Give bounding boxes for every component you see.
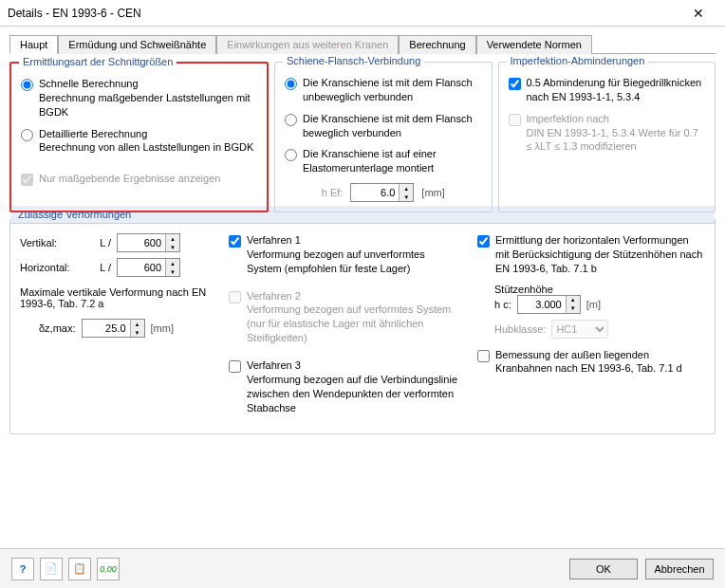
check-label: Imperfektion nach (527, 113, 609, 124)
footer: ? 📄 📋 0,00 OK Abbrechen (0, 548, 725, 588)
spin-up-icon[interactable]: ▲ (567, 296, 580, 304)
dz-unit: [mm] (151, 322, 174, 334)
radio-input[interactable] (21, 79, 33, 91)
horizontal-label: Horizontal: (20, 262, 77, 273)
radio-schnelle-berechnung[interactable]: Schnelle Berechnung Berechnung maßgebend… (21, 77, 257, 119)
check-horizontale-verformungen[interactable]: Ermittlung der horizontalen Verformungen… (477, 233, 705, 276)
check-input[interactable] (477, 235, 490, 248)
horizontal-spinner[interactable]: ▲▼ (117, 258, 180, 277)
tab-ermuedung[interactable]: Ermüdung und Schweißnähte (58, 35, 216, 54)
hef-input[interactable] (351, 184, 399, 201)
group-title: Imperfektion-Abminderungen (507, 55, 649, 66)
radio-detaillierte-berechnung[interactable]: Detaillierte Berechnung Berechnung von a… (21, 127, 257, 156)
spin-up-icon[interactable]: ▲ (400, 184, 413, 193)
hc-unit: [m] (586, 299, 601, 310)
help-icon[interactable]: ? (11, 558, 34, 580)
spin-down-icon[interactable]: ▼ (131, 328, 144, 337)
check-verfahren-2: Verfahren 2 Verformung bezogen auf verfo… (229, 289, 458, 345)
spin-down-icon[interactable]: ▼ (567, 304, 580, 313)
check-input (509, 114, 521, 126)
group-schiene: Schiene-Flansch-Verbindung Die Kranschie… (274, 62, 493, 212)
spin-up-icon[interactable]: ▲ (131, 320, 144, 328)
dz-spinner[interactable]: ▲▼ (82, 319, 145, 338)
opt-title: Verfahren 2 (247, 290, 301, 302)
radio-input[interactable] (21, 129, 33, 141)
opt-title: Verfahren 1 (247, 234, 301, 246)
opt-label: Die Kranschiene ist mit dem Flansch bewe… (303, 112, 482, 140)
stuetzenhoehe-label: Stützenhöhe (494, 284, 705, 295)
group-title: Ermittlungsart der Schnittgrößen (19, 56, 177, 67)
toolbar-icon-2[interactable]: 📋 (68, 558, 91, 580)
opt-sub: Berechnung maßgebender Laststellungen mi… (39, 92, 251, 118)
radio-schiene-beweglich[interactable]: Die Kranschiene ist mit dem Flansch bewe… (285, 112, 482, 140)
tab-berechnung[interactable]: Berechnung (399, 35, 475, 54)
opt-title: Schnelle Berechnung (39, 78, 139, 89)
hc-input[interactable] (518, 296, 566, 313)
check-input (229, 291, 241, 303)
radio-input[interactable] (285, 149, 297, 161)
tab-haupt[interactable]: Haupt (9, 35, 58, 54)
check-label: Ermittlung der horizontalen Verformungen… (495, 233, 705, 276)
hc-label: h c: (494, 299, 511, 310)
group-verformungen: Zulässige Verformungen Vertikal: L / ▲▼ … (9, 218, 716, 434)
group-title: Schiene-Flansch-Verbindung (283, 55, 424, 66)
check-label: Nur maßgebende Ergebnisse anzeigen (39, 172, 220, 186)
check-nur-massgebende: Nur maßgebende Ergebnisse anzeigen (21, 172, 257, 186)
vertikal-spinner[interactable]: ▲▼ (117, 233, 180, 252)
tabs: Haupt Ermüdung und Schweißnähte Einwirku… (9, 34, 716, 54)
opt-sub: Berechnung von allen Laststellungen in B… (39, 141, 253, 153)
tab-einwirkungen: Einwirkungen aus weiteren Kranen (216, 35, 399, 54)
radio-schiene-unbeweglich[interactable]: Die Kranschiene ist mit dem Flansch unbe… (285, 76, 482, 104)
toolbar-icon-3[interactable]: 0,00 (97, 558, 120, 580)
ok-button[interactable]: OK (569, 559, 638, 579)
opt-label: Die Kranschiene ist mit dem Flansch unbe… (303, 76, 482, 104)
horizontal-prefix: L / (83, 262, 111, 273)
hef-unit: [mm] (421, 187, 444, 198)
check-abminderung[interactable]: 0.5 Abminderung für Biegedrillknicken na… (509, 76, 706, 104)
spin-down-icon[interactable]: ▼ (166, 243, 179, 251)
hubklasse-select: HC1 (551, 320, 608, 339)
check-input (21, 174, 33, 186)
vertikal-prefix: L / (83, 237, 111, 248)
radio-input[interactable] (285, 78, 297, 90)
hubklasse-label: Hubklasse: (494, 323, 546, 335)
spin-down-icon[interactable]: ▼ (166, 267, 179, 276)
max-note: Maximale vertikale Verformung nach EN 19… (20, 286, 210, 309)
opt-sub: Verformung bezogen auf verformtes System… (247, 303, 451, 343)
horizontal-input[interactable] (118, 259, 165, 276)
check-label: 0.5 Abminderung für Biegedrillknicken na… (527, 76, 706, 104)
check-verfahren-3[interactable]: Verfahren 3 Verformung bezogen auf die V… (229, 358, 458, 414)
spin-up-icon[interactable]: ▲ (166, 234, 179, 243)
window-title: Details - EN 1993-6 - CEN (8, 7, 679, 20)
tab-normen[interactable]: Verwendete Normen (476, 35, 592, 54)
titlebar: Details - EN 1993-6 - CEN ✕ (0, 0, 725, 27)
opt-title: Verfahren 3 (247, 359, 301, 371)
check-input[interactable] (509, 78, 521, 90)
check-sub: DIN EN 1993-1-1, 5.3.4 Werte für 0.7 ≤ λ… (527, 127, 698, 153)
hc-spinner[interactable]: ▲▼ (517, 295, 581, 314)
vertikal-label: Vertikal: (20, 237, 77, 248)
opt-title: Detaillierte Berechnung (39, 128, 147, 139)
toolbar-icon-1[interactable]: 📄 (40, 558, 63, 580)
check-bemessung-aussen[interactable]: Bemessung der außen liegenden Kranbahnen… (477, 348, 705, 377)
hef-spinner[interactable]: ▲▼ (350, 183, 414, 202)
check-input[interactable] (229, 235, 241, 248)
group-imperfektion: Imperfektion-Abminderungen 0.5 Abminderu… (498, 62, 716, 212)
spin-up-icon[interactable]: ▲ (166, 259, 179, 267)
spin-down-icon[interactable]: ▼ (400, 193, 413, 201)
check-input[interactable] (477, 350, 490, 362)
cancel-button[interactable]: Abbrechen (645, 559, 714, 579)
radio-input[interactable] (285, 114, 297, 126)
radio-schiene-elastomer[interactable]: Die Kranschiene ist auf einer Elastomeru… (285, 147, 482, 175)
opt-sub: Verformung bezogen auf die Verbindungsli… (247, 374, 457, 413)
dz-label: δz,max: (39, 322, 76, 334)
close-button[interactable]: ✕ (679, 1, 717, 26)
dz-input[interactable] (83, 320, 130, 337)
group-ermittlungsart: Ermittlungsart der Schnittgrößen Schnell… (9, 62, 269, 212)
check-input[interactable] (229, 360, 241, 373)
hef-label: h Ef: (322, 187, 344, 198)
vertikal-input[interactable] (118, 234, 165, 251)
opt-sub: Verformung bezogen auf unverformtes Syst… (247, 248, 425, 274)
opt-label: Die Kranschiene ist auf einer Elastomeru… (303, 147, 482, 175)
check-verfahren-1[interactable]: Verfahren 1 Verformung bezogen auf unver… (229, 233, 458, 276)
